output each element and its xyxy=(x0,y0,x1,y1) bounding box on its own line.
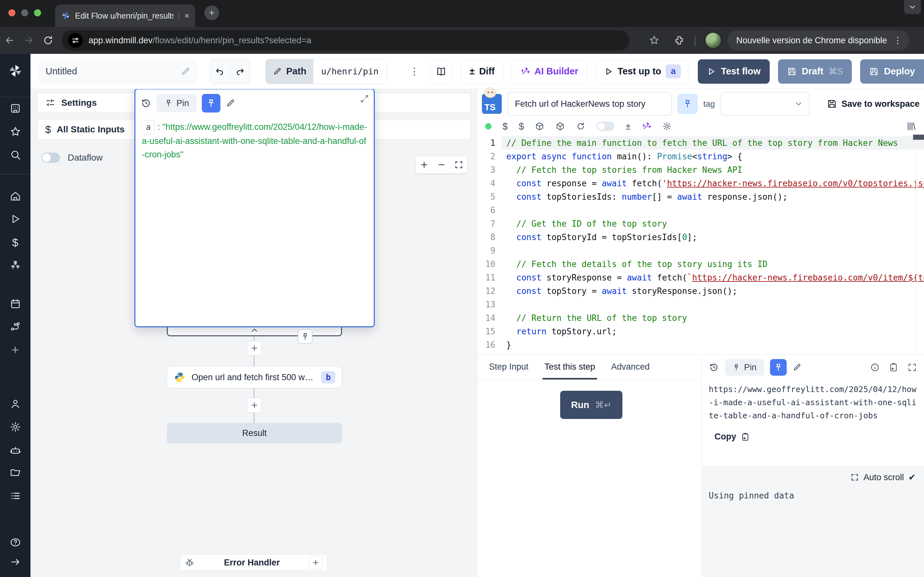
pinned-active-button[interactable] xyxy=(202,94,220,113)
flow-name-input[interactable]: Untitled xyxy=(39,59,197,84)
reload-icon[interactable] xyxy=(39,35,58,45)
code-line[interactable]: const response = await fetch('https://ha… xyxy=(502,177,924,190)
expand-logs-icon[interactable] xyxy=(851,473,859,482)
code-line[interactable] xyxy=(502,203,924,217)
docs-book-button[interactable] xyxy=(430,59,452,84)
code-line[interactable]: const topStory = await storyResponse.jso… xyxy=(502,284,924,298)
tab-advanced[interactable]: Advanced xyxy=(611,355,650,380)
code-line[interactable]: return topStory.url; xyxy=(502,325,924,338)
code-line[interactable]: export async function main(): Promise<st… xyxy=(502,150,924,163)
code-line[interactable]: // Define the main function to fetch the… xyxy=(502,136,924,150)
search-icon[interactable] xyxy=(10,149,21,161)
pin-tab[interactable]: Pin xyxy=(157,94,197,112)
draft-button[interactable]: Draft ⌘S xyxy=(778,59,852,84)
history-icon[interactable] xyxy=(709,362,719,372)
home-icon[interactable] xyxy=(10,190,21,202)
redo-button[interactable] xyxy=(230,59,250,84)
path-value[interactable]: u/henri/pin xyxy=(313,59,386,84)
step-summary-input[interactable]: Fetch url of HackerNews top story xyxy=(507,92,672,116)
traffic-zoom-button[interactable] xyxy=(34,9,41,16)
save-to-workspace-button[interactable]: Save to workspace xyxy=(827,99,919,109)
info-icon[interactable] xyxy=(870,363,880,372)
step-pin-button[interactable] xyxy=(678,94,698,114)
deploy-button[interactable]: Deploy xyxy=(860,59,924,84)
code-lines[interactable]: // Define the main function to fetch the… xyxy=(502,136,924,351)
url-bar[interactable]: app.windmill.dev/flows/edit/u/henri/pin_… xyxy=(61,30,630,51)
ai-robot-icon[interactable] xyxy=(10,445,21,456)
back-icon[interactable] xyxy=(0,35,19,46)
audit-logs-icon[interactable] xyxy=(10,490,21,502)
result-key-chip[interactable]: a xyxy=(142,120,155,134)
run-button[interactable]: Run ⌘↵ xyxy=(560,391,622,419)
editor-scrollbar-thumb[interactable] xyxy=(913,135,924,140)
edit-pin-pencil-icon[interactable] xyxy=(226,98,235,108)
schedules-icon[interactable] xyxy=(10,298,21,309)
auto-scroll-check-icon[interactable]: ✔ xyxy=(908,472,916,482)
editor-toggle[interactable] xyxy=(596,121,614,131)
runs-icon[interactable] xyxy=(10,213,21,225)
variables-icon[interactable]: $ xyxy=(12,236,18,249)
tab-test-this-step[interactable]: Test this step xyxy=(544,355,595,380)
test-flow-button[interactable]: Test flow xyxy=(698,59,770,84)
forward-icon[interactable] xyxy=(19,35,39,46)
workspace-icon[interactable] xyxy=(10,103,21,114)
routes-icon[interactable] xyxy=(10,321,21,332)
expand-popup-icon[interactable] xyxy=(360,94,369,103)
create-plus-icon[interactable]: + xyxy=(11,344,19,356)
node-pin-badge[interactable] xyxy=(298,329,312,344)
code-line[interactable] xyxy=(502,244,924,258)
code-line[interactable]: const storyResponse = await fetch(`https… xyxy=(502,271,924,284)
variable-picker-icon[interactable]: $ xyxy=(502,121,508,132)
windmill-logo[interactable] xyxy=(8,63,23,78)
ai-builder-button[interactable]: AI Builder xyxy=(512,59,587,84)
undo-button[interactable] xyxy=(210,59,230,84)
code-editor[interactable]: 12345678910111213141516 // Define the ma… xyxy=(477,133,924,354)
traffic-minimize-button[interactable] xyxy=(21,9,28,16)
settings-gear-icon[interactable] xyxy=(10,421,21,433)
code-line[interactable]: const topStoryId = topStoriesIds[0]; xyxy=(502,230,924,244)
result-node[interactable]: Result xyxy=(167,423,342,443)
edit-name-pencil-icon[interactable] xyxy=(181,67,190,76)
code-line[interactable]: // Return the URL of the top story xyxy=(502,311,924,325)
code-line[interactable]: // Fetch the top stories from Hacker New… xyxy=(502,163,924,177)
add-error-handler-button[interactable] xyxy=(309,556,322,569)
help-icon[interactable] xyxy=(10,537,21,548)
edit-pin-pencil-icon[interactable] xyxy=(792,363,801,372)
output-pinned-active-button[interactable] xyxy=(770,359,787,376)
profile-avatar[interactable] xyxy=(705,32,722,49)
package-icon[interactable] xyxy=(556,121,565,131)
diff-button[interactable]: ± Diff xyxy=(461,59,503,84)
code-line[interactable]: // Get the ID of the top story xyxy=(502,217,924,230)
zoom-out-icon[interactable] xyxy=(437,160,446,169)
library-panel-icon[interactable] xyxy=(906,121,916,131)
fullscreen-icon[interactable] xyxy=(907,363,917,372)
insert-step-button[interactable] xyxy=(247,341,262,356)
editor-settings-gear-icon[interactable] xyxy=(662,121,672,131)
code-line[interactable]: // Fetch the details of the top story us… xyxy=(502,258,924,271)
error-handler-node[interactable]: Error Handler xyxy=(180,554,327,571)
traffic-close-button[interactable] xyxy=(8,9,15,16)
expand-sidebar-arrow-icon[interactable] xyxy=(10,556,21,567)
package-icon[interactable] xyxy=(535,121,544,131)
history-icon[interactable] xyxy=(141,98,152,109)
chrome-menu-icon[interactable]: ⋮ xyxy=(893,35,902,45)
tab-close-icon[interactable]: × xyxy=(184,11,189,21)
tab-step-input[interactable]: Step Input xyxy=(489,355,528,380)
flow-canvas[interactable]: Settings $ All Static Inputs Dataflow xyxy=(31,89,477,577)
tag-select[interactable] xyxy=(720,92,809,116)
browser-tab[interactable]: Edit Flow u/henri/pin_results | × xyxy=(55,5,195,27)
extensions-icon[interactable] xyxy=(674,35,685,46)
code-line[interactable]: const topStoriesIds: number[] = await re… xyxy=(502,190,924,203)
test-up-to-button[interactable]: Test up to a xyxy=(596,59,690,84)
copy-button[interactable]: Copy xyxy=(702,422,924,442)
dataflow-toggle[interactable] xyxy=(41,153,60,163)
diff-mode-icon[interactable]: ± xyxy=(625,121,630,132)
insert-step-button[interactable] xyxy=(247,398,262,413)
site-info-icon[interactable] xyxy=(68,33,83,48)
output-pin-tab[interactable]: Pin xyxy=(725,359,764,376)
ai-wand-icon[interactable] xyxy=(642,121,651,131)
path-group[interactable]: Path u/henri/pin xyxy=(265,59,387,84)
zoom-in-icon[interactable] xyxy=(420,160,429,169)
resources-icon[interactable] xyxy=(10,259,21,271)
auto-scroll-label[interactable]: Auto scroll xyxy=(863,472,904,482)
